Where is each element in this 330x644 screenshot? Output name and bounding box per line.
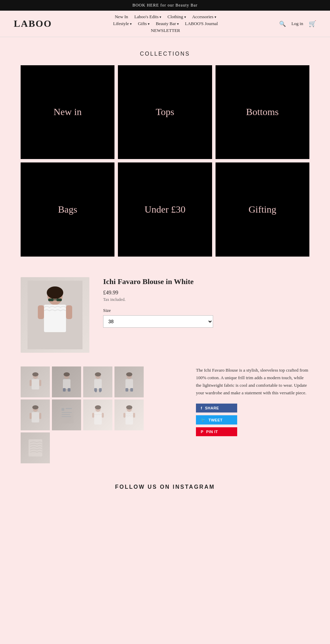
product-thumbnails: [21, 366, 182, 463]
svg-point-23: [95, 372, 101, 376]
svg-rect-12: [30, 380, 32, 386]
collection-label: Bags: [58, 203, 77, 216]
collection-card-bags[interactable]: Bags: [21, 162, 114, 256]
svg-rect-35: [39, 413, 41, 419]
search-icon[interactable]: 🔍: [279, 21, 286, 27]
svg-point-2: [47, 286, 63, 299]
logo[interactable]: LABOO: [14, 18, 52, 29]
svg-rect-45: [92, 413, 94, 418]
svg-rect-28: [125, 388, 128, 392]
size-select[interactable]: 38 36 40 42: [103, 315, 213, 328]
facebook-icon: f: [201, 406, 202, 410]
nav-row-3: NEWSLETTER: [151, 28, 180, 33]
svg-rect-8: [66, 305, 72, 319]
thumbnail-2[interactable]: [52, 366, 81, 397]
collection-label: Gifting: [249, 203, 276, 216]
size-label: Size: [103, 308, 309, 313]
thumbnail-8[interactable]: [114, 399, 144, 430]
follow-title: FOLLOW US ON INSTAGRAM: [21, 484, 309, 490]
nav-row-2: Lifestyle ▾ Gifts ▾ Beauty Bar ▾ LABOO'S…: [113, 21, 218, 26]
svg-rect-27: [125, 379, 133, 389]
svg-rect-13: [39, 380, 41, 386]
cart-icon[interactable]: 🛒: [309, 20, 316, 27]
svg-point-44: [95, 405, 101, 409]
collection-card-under30[interactable]: Under £30: [118, 162, 212, 256]
product-desc-text: The Ichi Favaro Blouse is a stylish, sle…: [196, 366, 309, 463]
top-banner[interactable]: BOOK HERE for our Beauty Bar: [0, 0, 330, 11]
twitter-icon: 🐦: [201, 418, 206, 422]
svg-rect-40: [62, 414, 70, 415]
follow-section: FOLLOW US ON INSTAGRAM: [0, 470, 330, 504]
collection-label: Under £30: [145, 203, 186, 216]
svg-rect-24: [95, 389, 97, 392]
svg-rect-37: [62, 408, 64, 411]
nav-laboos-journal[interactable]: LABOO'S Journal: [185, 21, 218, 26]
product-section: Ichi Favaro Blouse in White £49.99 Tax i…: [0, 263, 330, 366]
chevron-down-icon: ▾: [177, 22, 179, 26]
thumbnail-1[interactable]: [21, 366, 50, 397]
product-description: The Ichi Favaro Blouse is a stylish, sle…: [196, 366, 309, 397]
svg-rect-38: [66, 408, 72, 409]
thumbnail-9[interactable]: [21, 432, 50, 463]
svg-rect-17: [68, 388, 70, 392]
share-facebook-button[interactable]: f SHARE: [196, 404, 237, 413]
main-nav: New In Laboo's Edits ▾ Clothing ▾ Access…: [113, 14, 218, 33]
chevron-down-icon: ▾: [214, 15, 216, 19]
svg-rect-29: [130, 388, 133, 392]
collections-section: COLLECTIONS New in Tops Bottoms Bags Und…: [0, 37, 330, 263]
svg-rect-51: [133, 413, 135, 418]
chevron-down-icon: ▾: [184, 15, 186, 19]
thumbnail-4[interactable]: [114, 366, 144, 397]
pinterest-icon: P: [201, 430, 204, 434]
svg-rect-5: [56, 298, 62, 301]
collection-card-bottoms[interactable]: Bottoms: [216, 65, 309, 159]
collections-title: COLLECTIONS: [21, 51, 309, 57]
product-info: Ichi Favaro Blouse in White £49.99 Tax i…: [103, 277, 309, 328]
svg-rect-46: [102, 413, 104, 418]
nav-newsletter[interactable]: NEWSLETTER: [151, 28, 180, 33]
svg-point-11: [32, 372, 38, 376]
banner-text: BOOK HERE for our Beauty Bar: [132, 3, 198, 8]
nav-clothing[interactable]: Clothing ▾: [167, 14, 186, 20]
nav-laboos-edits[interactable]: Laboo's Edits ▾: [134, 14, 162, 20]
product-description-section: The Ichi Favaro Blouse is a stylish, sle…: [0, 366, 330, 470]
svg-point-30: [126, 372, 132, 376]
share-twitter-button[interactable]: 🐦 TWEET: [196, 415, 237, 425]
svg-rect-4: [48, 298, 54, 301]
svg-rect-15: [63, 379, 70, 389]
product-tax: Tax included.: [103, 297, 309, 302]
collection-label: Bottoms: [246, 106, 279, 118]
collection-label: New in: [54, 106, 82, 118]
collection-card-tops[interactable]: Tops: [118, 65, 212, 159]
svg-rect-7: [38, 305, 44, 319]
svg-rect-48: [125, 412, 133, 425]
svg-rect-41: [62, 416, 71, 417]
nav-beauty-bar[interactable]: Beauty Bar ▾: [156, 21, 179, 26]
collections-grid: New in Tops Bottoms Bags Under £30 Gifti…: [21, 65, 309, 257]
share-pinterest-button[interactable]: P PIN IT: [196, 427, 237, 436]
product-title: Ichi Favaro Blouse in White: [103, 277, 309, 286]
nav-gifts[interactable]: Gifts ▾: [138, 21, 150, 26]
nav-lifestyle[interactable]: Lifestyle ▾: [113, 21, 132, 26]
svg-point-49: [126, 405, 132, 409]
collection-card-new-in[interactable]: New in: [21, 65, 114, 159]
thumbnail-3[interactable]: [83, 366, 112, 397]
svg-rect-16: [63, 388, 66, 392]
svg-rect-32: [32, 412, 39, 422]
login-link[interactable]: Log in: [292, 21, 303, 26]
thumbnail-6[interactable]: [52, 399, 81, 430]
svg-rect-25: [99, 389, 101, 392]
thumbnail-5[interactable]: [21, 399, 50, 430]
svg-point-18: [64, 372, 70, 376]
svg-rect-3: [44, 305, 66, 332]
thumbnail-7[interactable]: [83, 399, 112, 430]
nav-new-in[interactable]: New In: [115, 14, 128, 20]
svg-rect-10: [32, 379, 39, 389]
product-price: £49.99: [103, 290, 309, 296]
header: LABOO New In Laboo's Edits ▾ Clothing ▾ …: [0, 11, 330, 37]
svg-rect-20: [94, 379, 102, 389]
collection-card-gifting[interactable]: Gifting: [216, 162, 309, 256]
header-icons: 🔍 Log in 🛒: [279, 20, 316, 27]
nav-accessories[interactable]: Accessories ▾: [192, 14, 216, 20]
chevron-down-icon: ▾: [148, 22, 150, 26]
